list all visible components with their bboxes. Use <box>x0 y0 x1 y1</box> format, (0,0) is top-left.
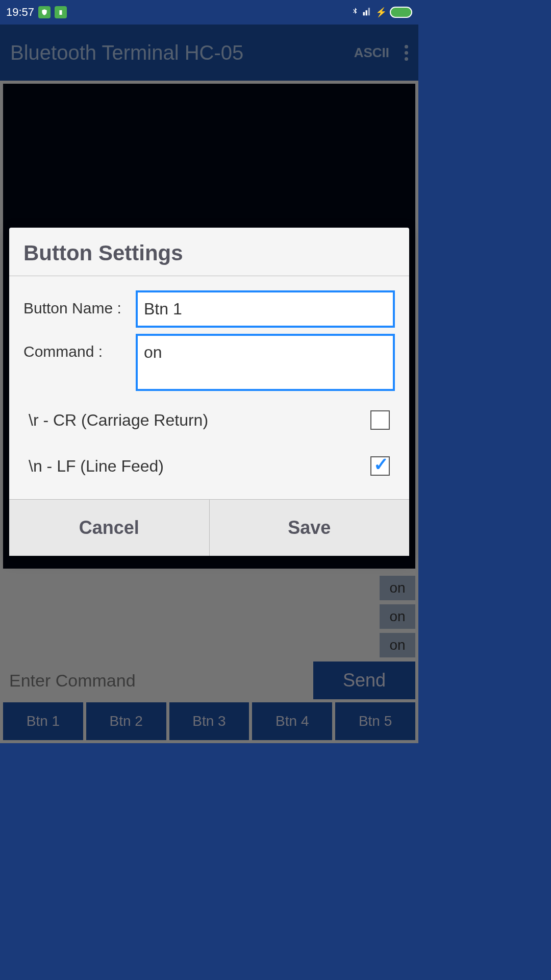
save-button[interactable]: Save <box>210 500 410 556</box>
command-textarea[interactable]: on <box>136 334 395 391</box>
lf-checkbox-label: \n - LF (Line Feed) <box>29 457 164 476</box>
button-name-input[interactable] <box>136 290 395 328</box>
bluetooth-icon <box>351 5 359 19</box>
dialog-title: Button Settings <box>9 228 409 276</box>
status-bar: 19:57 ⚡ <box>0 0 418 24</box>
cr-checkbox-label: \r - CR (Carriage Return) <box>29 411 208 430</box>
signal-icon <box>362 6 372 18</box>
shield-icon <box>38 6 51 18</box>
battery-status-icon <box>55 6 67 18</box>
command-label: Command : <box>23 334 136 360</box>
charging-icon: ⚡ <box>375 7 387 18</box>
battery-icon <box>390 7 412 18</box>
checkmark-icon: ✓ <box>373 454 389 475</box>
status-time: 19:57 <box>6 6 34 19</box>
cr-checkbox[interactable] <box>370 410 390 430</box>
cancel-button[interactable]: Cancel <box>9 500 210 556</box>
lf-checkbox[interactable]: ✓ <box>370 456 390 476</box>
button-name-label: Button Name : <box>23 290 136 317</box>
button-settings-dialog: Button Settings Button Name : Command : … <box>9 228 409 556</box>
